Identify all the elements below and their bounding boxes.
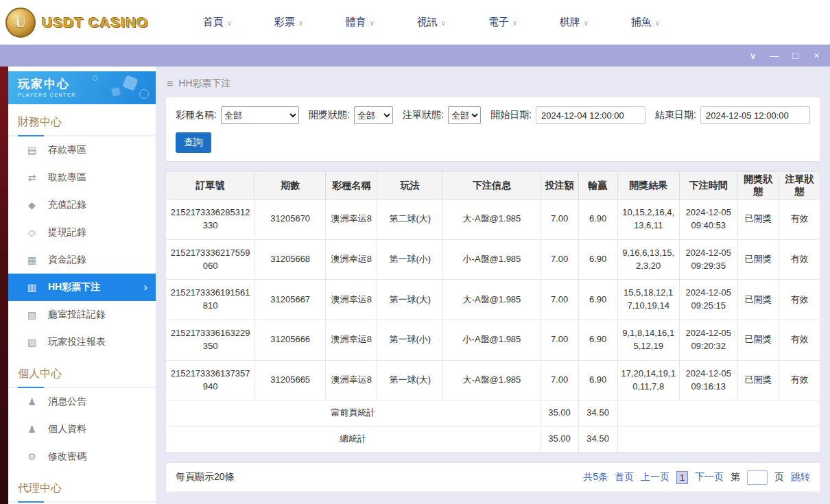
logo-text: USDT CASINO xyxy=(42,14,149,31)
sidebar-item-room-bet-record[interactable]: ▧ 廳室投註記錄 xyxy=(8,301,156,328)
recharge-record-icon: ◆ xyxy=(26,200,38,211)
sidebar-item-funds-record[interactable]: ▦ 資金記錄 xyxy=(8,246,156,274)
order-status-label: 注單狀態: xyxy=(403,109,444,121)
funds-record-icon: ▦ xyxy=(26,254,38,265)
order-status-select[interactable]: 全部 xyxy=(448,106,481,124)
breadcrumb: ≡ HH彩票下注 xyxy=(156,67,830,90)
cell-bet-info: 大-A盤@1.985 xyxy=(443,360,541,400)
cell-draw-status: 已開獎 xyxy=(737,320,779,361)
cell-playtype: 第一球(小) xyxy=(377,320,443,361)
current-page-indicator[interactable]: 1 xyxy=(676,471,688,484)
col-draw-result: 開獎結果 xyxy=(617,172,679,200)
jump-button[interactable]: 跳转 xyxy=(791,471,810,483)
page-summary-empty xyxy=(617,400,820,427)
sidebar-item-withdraw[interactable]: ⇄ 取款專區 xyxy=(8,164,156,191)
col-playtype: 玩法 xyxy=(377,172,443,200)
cell-bet-info: 小-A盤@1.985 xyxy=(443,320,541,361)
sidebar-item-profile[interactable]: ♟ 個人資料 xyxy=(8,416,156,443)
bubble-icon xyxy=(139,89,149,99)
nav-item-sports[interactable]: 體育∨ xyxy=(324,16,396,29)
draw-status-select[interactable]: 全部 xyxy=(354,106,393,124)
table-row: 2152173336217559060 31205668 澳洲幸运8 第一球(小… xyxy=(166,239,820,280)
nav-item-electronic[interactable]: 電子∨ xyxy=(467,16,538,29)
table-row: 2152173336191561810 31205667 澳洲幸运8 第一球(大… xyxy=(166,280,820,320)
cell-bet-amount: 7.00 xyxy=(541,280,578,320)
cell-order-status: 有效 xyxy=(779,280,820,320)
cell-bet-time: 2024-12-05 09:40:53 xyxy=(679,200,737,240)
cell-order-no: 2152173336285312330 xyxy=(166,200,255,240)
cell-winloss: 6.90 xyxy=(578,280,617,320)
logo-coin-icon: U xyxy=(5,8,36,38)
window-titlebar: ∨ — □ × xyxy=(0,45,830,67)
sidebar-item-change-password[interactable]: ⚙ 修改密碼 xyxy=(8,443,156,470)
cell-lottery-name: 澳洲幸运8 xyxy=(326,320,377,361)
section-heading-finance: 財務中心 xyxy=(18,115,146,130)
sidebar-item-lottery-bets[interactable]: ▥ HH彩票下注 › xyxy=(8,274,156,301)
section-heading-personal: 個人中心 xyxy=(18,367,146,381)
chevron-right-icon: › xyxy=(143,280,147,294)
lottery-name-label: 彩種名稱: xyxy=(176,109,217,121)
lottery-name-select[interactable]: 全部 xyxy=(221,106,299,124)
window-minimize-icon[interactable]: — xyxy=(763,45,785,67)
sidebar-item-recharge-record[interactable]: ◆ 充值記錄 xyxy=(8,191,156,219)
next-page-link[interactable]: 下一页 xyxy=(695,471,724,483)
sidebar-item-label: 修改密碼 xyxy=(48,451,86,463)
chevron-down-icon: ∨ xyxy=(655,19,660,27)
sidebar-item-player-bet-report[interactable]: ▨ 玩家投注報表 xyxy=(8,328,156,356)
cell-order-no: 2152173336217559060 xyxy=(166,239,255,280)
sidebar-item-announcements[interactable]: ♟ 消息公告 xyxy=(8,388,156,416)
start-date-label: 開始日期: xyxy=(490,109,532,121)
jump-page-input[interactable] xyxy=(747,470,768,485)
table-row: 2152173336137357940 31205665 澳洲幸运8 第一球(大… xyxy=(166,360,820,400)
total-summary-empty xyxy=(617,427,820,453)
col-winloss: 輸贏 xyxy=(578,172,617,200)
nav-item-video[interactable]: 視訊∨ xyxy=(396,16,467,29)
cell-draw-result: 10,15,2,16,4,13,6,11 xyxy=(617,200,679,240)
cell-bet-time: 2024-12-05 09:16:13 xyxy=(679,360,737,400)
total-summary-row: 總統計 35.00 34.50 xyxy=(166,427,820,453)
nav-item-cards[interactable]: 棋牌∨ xyxy=(538,16,610,29)
sidebar-item-withdrawal-record[interactable]: ◇ 提現記錄 xyxy=(8,219,156,246)
chevron-down-icon: ∨ xyxy=(298,19,303,27)
cell-draw-status: 已開獎 xyxy=(737,200,779,240)
table-header-row: 訂單號 期數 彩種名稱 玩法 下注信息 投注額 輸贏 開獎結果 下注時間 開獎狀… xyxy=(166,172,820,200)
start-date-input[interactable] xyxy=(536,106,645,124)
col-lottery-name: 彩種名稱 xyxy=(326,172,377,200)
screen: U USDT CASINO 首頁∨ 彩票∨ 體育∨ 視訊∨ 電子∨ 棋牌∨ 捕魚… xyxy=(0,0,830,504)
sidebar-item-deposit[interactable]: ▤ 存款專區 xyxy=(8,136,156,164)
cell-order-status: 有效 xyxy=(779,239,820,280)
deposit-icon: ▤ xyxy=(26,145,38,156)
nav-label: 電子 xyxy=(488,16,509,27)
sidebar: 玩家中心 PLAYERS CENTER 財務中心 ▤ 存款專區 ⇄ 取款專區 ◆… xyxy=(8,67,156,504)
cell-playtype: 第二球(大) xyxy=(377,200,443,240)
sidebar-subtitle: PLAYERS CENTER xyxy=(18,93,156,97)
page-summary-row: 當前頁統計 35.00 34.50 xyxy=(166,400,820,427)
sidebar-item-label: HH彩票下注 xyxy=(48,281,100,293)
hamburger-icon[interactable]: ≡ xyxy=(167,77,173,90)
total-count-text: 共5条 xyxy=(583,471,608,483)
main-nav: 首頁∨ 彩票∨ 體育∨ 視訊∨ 電子∨ 棋牌∨ 捕魚∨ xyxy=(182,16,681,29)
window-maximize-icon[interactable]: □ xyxy=(785,45,806,67)
nav-item-lottery[interactable]: 彩票∨ xyxy=(253,16,324,29)
sidebar-item-label: 個人資料 xyxy=(48,423,86,435)
site-logo[interactable]: U USDT CASINO xyxy=(5,8,167,38)
end-date-input[interactable] xyxy=(700,106,810,124)
window-collapse-icon[interactable]: ∨ xyxy=(742,45,763,67)
cell-draw-result: 9,16,6,13,15,2,3,20 xyxy=(617,239,679,280)
prev-page-link[interactable]: 上一页 xyxy=(641,471,669,483)
section-heading-agent: 代理中心 xyxy=(18,481,146,496)
backdrop-strip xyxy=(0,67,8,504)
nav-item-fishing[interactable]: 捕魚∨ xyxy=(610,16,681,29)
password-icon: ⚙ xyxy=(26,451,38,462)
cell-draw-status: 已開獎 xyxy=(737,280,779,320)
first-page-link[interactable]: 首页 xyxy=(615,471,634,483)
cell-draw-status: 已開獎 xyxy=(737,360,779,400)
query-button[interactable]: 查詢 xyxy=(176,132,211,153)
withdrawal-record-icon: ◇ xyxy=(26,227,38,238)
window-close-icon[interactable]: × xyxy=(806,45,827,67)
sidebar-item-label: 充值記錄 xyxy=(48,199,86,211)
nav-item-home[interactable]: 首頁∨ xyxy=(182,16,253,29)
bets-table: 訂單號 期數 彩種名稱 玩法 下注信息 投注額 輸贏 開獎結果 下注時間 開獎狀… xyxy=(165,171,820,453)
total-summary-bet: 35.00 xyxy=(541,427,578,453)
chevron-down-icon: ∨ xyxy=(512,19,517,27)
